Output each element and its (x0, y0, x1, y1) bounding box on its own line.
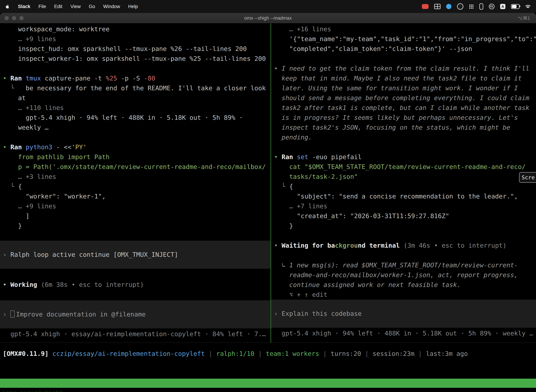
terminal-line: • Ran tmux capture-pane -t %25 -p -S -80 (0, 73, 270, 83)
terminal-line: inspect task2's JSON, focusing on the st… (271, 123, 536, 132)
key-icon[interactable] (479, 3, 483, 10)
terminal-line: • Ran set -euo pipefail (271, 152, 536, 162)
text-cursor (10, 311, 14, 317)
composer-input[interactable]: › Improve documentation in @filename (0, 300, 270, 328)
minimize-button[interactable] (12, 16, 16, 20)
text-run: -euo pipefail (312, 153, 362, 160)
text-run: | (361, 350, 373, 357)
app-grid-icon[interactable] (469, 4, 474, 9)
terminal-line: from pathlib import Path (0, 152, 270, 162)
menu-item-help[interactable]: Help (128, 4, 138, 9)
spacer (0, 269, 270, 280)
terminal-line: "subject": "send a concise recommendatio… (271, 191, 536, 201)
menu-item-view[interactable]: View (71, 4, 81, 9)
text-run: p = Path('.omx/state/team/review-current… (3, 163, 266, 170)
terminal-line: └ { (271, 182, 536, 191)
text-run: | (254, 350, 266, 357)
spacer (0, 289, 270, 300)
terminal-line: ⌥ + ↑ edit (271, 290, 536, 300)
text-run: Ran (282, 153, 297, 160)
text-run: › (3, 311, 10, 318)
input-source-icon[interactable]: A (500, 4, 505, 9)
window-grid-icon[interactable] (434, 4, 440, 9)
text-run: gpt-5.4 xhigh · 94% left · 488K in · 5.1… (3, 114, 243, 121)
text-run: └ (3, 183, 18, 190)
battery-icon[interactable] (511, 4, 519, 9)
text-run: python3 (26, 144, 56, 151)
terminal-line: keep that in mind. Maybe I also need the… (271, 73, 536, 83)
terminal-line: continue assigned work or next feasible … (271, 280, 536, 290)
pane-bottom-separator (0, 342, 536, 343)
menu-item-edit[interactable]: Edit (54, 4, 62, 9)
text-run: be necessary for the end of the README. … (26, 84, 266, 92)
terminal-line: … +9 lines (0, 201, 270, 211)
text-run: capture-pane -t (45, 75, 106, 82)
gauge-icon[interactable]: 61 (489, 4, 494, 9)
text-run: pending. (274, 134, 312, 141)
text-run: … +9 lines (3, 35, 56, 42)
text-run: tasks/task-2.json" (274, 173, 358, 180)
window-title-bar[interactable]: omx --xhigh --madmax ⌥⌘1 (0, 13, 536, 23)
text-run: %25 (106, 75, 121, 82)
text-run: Improve documentation in @filename (16, 311, 146, 318)
text-run: | (205, 350, 216, 357)
text-run: ] (3, 212, 29, 219)
band-line: › Ralph loop active continue [OMX_TMUX_I… (0, 250, 178, 260)
text-run: session:23m (373, 350, 414, 357)
text-run: { (18, 183, 22, 190)
text-run: › (274, 310, 282, 317)
text-run: • (3, 144, 10, 151)
text-run: '{"team_name":"my-team","task_id":"1","f… (274, 35, 536, 42)
wifi-icon[interactable] (525, 4, 531, 9)
text-run: readme-and-reco/mailbox/worker-1.json, a… (274, 271, 518, 279)
text-run: inspect_hud: omx sparkshell --tmux-pane … (3, 45, 247, 52)
text-run: cat "$OMX_TEAM_STATE_ROOT/team/review-cu… (274, 163, 526, 170)
terminal-line: └ be necessary for the end of the README… (0, 83, 270, 93)
menu-item-file[interactable]: File (38, 4, 46, 9)
text-run: I need to get the claim token from the c… (282, 65, 529, 72)
menu-item-go[interactable]: Go (89, 4, 95, 9)
text-run: Ran (10, 144, 26, 151)
blue-app-icon[interactable] (446, 4, 451, 9)
text-run: ⌥ + ↑ edit (274, 291, 327, 298)
terminal-line (271, 142, 536, 152)
terminal-line: gpt-5.4 xhigh · essay/ai-reimplementatio… (0, 329, 270, 339)
text-run: should send a message before completing … (274, 94, 529, 102)
terminal-line: inspect_hud: omx sparkshell --tmux-pane … (0, 44, 270, 54)
text-run: } (3, 222, 22, 229)
terminal-line: • Waiting for background terminal (3m 46… (271, 241, 536, 250)
band-line: › Improve documentation in @filename (0, 309, 146, 319)
text-run: … +16 lines (274, 25, 331, 33)
zoom-button[interactable] (19, 16, 24, 20)
text-run: … +110 lines (3, 104, 64, 111)
text-run: later. Using the same for transition mig… (274, 84, 518, 92)
injected-prompt: › Ralph loop active continue [OMX_TMUX_I… (0, 241, 270, 269)
terminal-line: • I need to get the claim token from the… (271, 64, 536, 73)
band-line: › Explain this codebase (271, 309, 362, 319)
terminal-pane-left[interactable]: workspace_mode: worktree … +9 lines insp… (0, 23, 270, 342)
text-run: team:1 workers (266, 350, 319, 357)
text-run: Waiting for ba (282, 242, 335, 249)
text-run: ↳ (274, 261, 289, 269)
overlay-text: Scre (522, 174, 535, 181)
close-button[interactable] (5, 16, 9, 20)
menu-item-slack[interactable]: Slack (18, 4, 30, 9)
text-run: • (274, 242, 282, 249)
text-run: Ran (10, 75, 26, 82)
terminal-line: weekly … (0, 123, 270, 132)
terminal-line: gpt-5.4 xhigh · 94% left · 488K in · 5.1… (0, 113, 270, 123)
terminal-line: tasks/task-2.json" (271, 172, 536, 182)
text-run: workspace_mode: worktree (3, 25, 110, 33)
text-run: inspect_worker-1: omx sparkshell --tmux-… (3, 55, 266, 62)
terminal-line (271, 250, 536, 260)
dark-app-icon[interactable] (457, 3, 463, 10)
text-run: - << (56, 144, 72, 151)
terminal-line: "completed","claim_token":"claim-token"}… (271, 44, 536, 54)
composer-input[interactable]: › Explain this codebase (271, 300, 536, 328)
screen-overlay-popup: Scre (519, 172, 536, 183)
apple-menu-icon[interactable] (5, 4, 10, 9)
terminal-line (271, 231, 536, 241)
screen-recording-indicator[interactable] (422, 4, 429, 9)
terminal-pane-right[interactable]: … +16 lines '{"team_name":"my-team","tas… (271, 23, 536, 342)
menu-item-window[interactable]: Window (103, 4, 120, 9)
